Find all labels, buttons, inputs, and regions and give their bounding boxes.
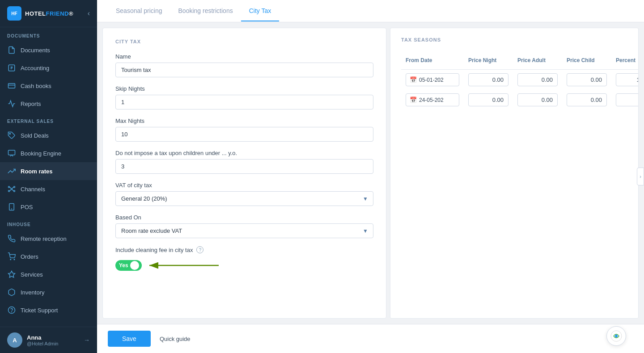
price-child-input-1[interactable] (567, 73, 607, 86)
sidebar-collapse-icon[interactable]: ‹ (88, 9, 90, 17)
svg-point-10 (14, 186, 15, 188)
percent-input-2[interactable] (616, 93, 639, 106)
sidebar-item-cash-books[interactable]: Cash books (0, 77, 97, 95)
svg-rect-7 (8, 150, 15, 155)
sidebar-item-sold-deals[interactable]: Sold Deals (0, 126, 97, 144)
sidebar-item-room-rates[interactable]: Room rates (0, 162, 97, 180)
sidebar-item-label: Services (21, 271, 43, 278)
sidebar-item-label: Booking Engine (21, 150, 61, 157)
sidebar-item-accounting[interactable]: Accounting (0, 59, 97, 77)
sidebar-item-channels[interactable]: Channels (0, 180, 97, 198)
price-night-input-1[interactable] (468, 73, 508, 86)
sidebar-item-label: Cash books (21, 83, 51, 89)
date-input-wrap-1[interactable]: 📅 05-01-202 (406, 73, 459, 86)
children-input[interactable] (115, 159, 373, 174)
sidebar-item-pos[interactable]: POS (0, 198, 97, 216)
sidebar-item-orders[interactable]: Orders (0, 248, 97, 265)
skip-nights-input[interactable] (115, 95, 373, 109)
svg-point-11 (8, 190, 10, 192)
vat-select[interactable]: General 20 (20%) Reduced 10 (10%) Zero 0… (115, 191, 373, 206)
bottom-bar: Save Quick guide (97, 324, 644, 353)
booking-icon (7, 149, 16, 158)
sidebar-item-ticket-support[interactable]: Ticket Support (0, 301, 97, 319)
table-row: 📅 05-01-202 (401, 70, 639, 90)
sidebar-item-documents[interactable]: Documents (0, 41, 97, 59)
sidebar-item-label: Channels (21, 186, 45, 193)
price-night-input-2[interactable] (468, 93, 508, 106)
date-input-wrap-2[interactable]: 📅 24-05-202 (406, 93, 459, 106)
accounting-icon (7, 63, 16, 72)
svg-line-13 (10, 187, 11, 189)
tab-bar: Seasonal pricing Booking restrictions Ci… (97, 0, 644, 22)
reception-icon (7, 234, 16, 243)
vat-select-wrap: General 20 (20%) Reduced 10 (10%) Zero 0… (115, 191, 373, 206)
col-from-date: From Date (401, 51, 464, 70)
right-sidebar-toggle[interactable]: › (637, 168, 644, 185)
user-info: Anna @Hotel Admin (27, 334, 58, 346)
date-value-1: 05-01-202 (419, 77, 444, 83)
vat-label: VAT of city tax (115, 182, 373, 189)
based-on-group: Based On Room rate exclude VAT Room rate… (115, 214, 373, 238)
svg-point-12 (14, 190, 15, 192)
vat-group: VAT of city tax General 20 (20%) Reduced… (115, 182, 373, 206)
toggle-yes-label: Yes (119, 262, 128, 269)
floating-widget[interactable] (606, 326, 626, 346)
max-nights-input[interactable] (115, 127, 373, 142)
help-icon[interactable]: ? (196, 246, 203, 253)
sidebar-item-reports[interactable]: Reports (0, 95, 97, 113)
sidebar-item-label: Ticket Support (21, 307, 58, 314)
col-price-night: Price Night (464, 51, 513, 70)
logo-icon: HF (7, 6, 21, 21)
svg-point-6 (9, 133, 10, 134)
inventory-icon (7, 288, 16, 297)
sidebar-item-label: Documents (21, 47, 50, 54)
tab-booking-restrictions[interactable]: Booking restrictions (170, 1, 241, 21)
sidebar-item-label: Remote reception (21, 235, 67, 242)
col-percent: Percent (611, 51, 639, 70)
user-role: @Hotel Admin (27, 341, 58, 346)
widget-icon (610, 330, 622, 342)
name-label: Name (115, 53, 373, 60)
price-child-input-2[interactable] (567, 93, 607, 106)
col-price-adult: Price Adult (513, 51, 562, 70)
sidebar-item-services[interactable]: Services (0, 265, 97, 283)
sidebar-item-label: Reports (21, 101, 41, 107)
sidebar-item-inventory[interactable]: Inventory (0, 283, 97, 301)
content-area: CITY TAX Name Skip Nights Max Nights Do … (97, 22, 644, 324)
svg-line-16 (13, 190, 14, 191)
svg-line-14 (13, 187, 14, 189)
price-adult-input-2[interactable] (517, 93, 558, 106)
based-on-label: Based On (115, 214, 373, 221)
sidebar-item-label: Accounting (21, 65, 49, 71)
sidebar-item-remote-reception[interactable]: Remote reception (0, 230, 97, 248)
city-tax-section-title: CITY TAX (115, 39, 373, 44)
tax-seasons-panel: TAX SEASONS From Date Price Night Price … (390, 28, 639, 319)
name-group: Name (115, 53, 373, 77)
user-name: Anna (27, 334, 58, 341)
toggle-button[interactable]: Yes (115, 260, 142, 271)
svg-point-19 (10, 259, 11, 260)
percent-input-1[interactable] (616, 73, 639, 86)
tab-seasonal-pricing[interactable]: Seasonal pricing (108, 1, 170, 21)
date-value-2: 24-05-202 (419, 97, 444, 103)
price-adult-input-1[interactable] (517, 73, 558, 86)
sidebar-item-booking-engine[interactable]: Booking Engine (0, 144, 97, 162)
based-on-select-wrap: Room rate exclude VAT Room rate include … (115, 223, 373, 238)
tab-city-tax[interactable]: City Tax (241, 1, 280, 21)
sidebar-logo: HF HOTELFRIEND® ‹ (0, 0, 97, 27)
logout-arrow-icon[interactable]: → (84, 336, 90, 344)
skip-nights-label: Skip Nights (115, 85, 373, 92)
quick-guide-text: Quick guide (160, 336, 191, 342)
sidebar-item-label: Room rates (21, 168, 53, 175)
calendar-icon: 📅 (410, 97, 417, 103)
reports-icon (7, 99, 16, 108)
max-nights-label: Max Nights (115, 118, 373, 124)
sidebar-item-label: POS (21, 204, 33, 210)
pos-icon (7, 202, 16, 211)
svg-line-15 (10, 190, 11, 191)
name-input[interactable] (115, 63, 373, 77)
based-on-select[interactable]: Room rate exclude VAT Room rate include … (115, 223, 373, 238)
section-label-inhouse: INHOUSE (0, 216, 97, 230)
save-button[interactable]: Save (108, 331, 151, 347)
skip-nights-group: Skip Nights (115, 85, 373, 109)
